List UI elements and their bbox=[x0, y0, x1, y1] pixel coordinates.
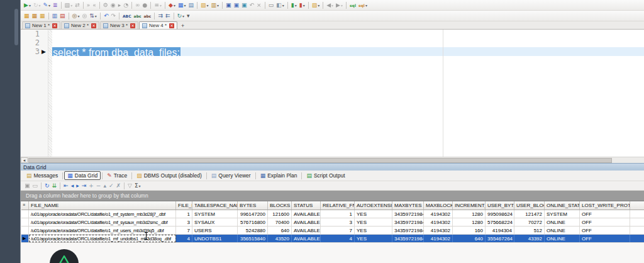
cell-autoextensible[interactable]: YES bbox=[355, 227, 392, 234]
cell-file_name[interactable]: /u01/app/oracle/oradata/ORCL/datafile/o1… bbox=[29, 218, 176, 226]
cell-file_id[interactable]: 7 bbox=[176, 227, 192, 234]
cell-bytes[interactable]: 576716800 bbox=[238, 218, 268, 226]
new-connection-button[interactable]: ▦ bbox=[31, 11, 38, 20]
delete-record-button[interactable]: − bbox=[96, 181, 102, 190]
cell-user_blocks[interactable]: 512 bbox=[514, 227, 545, 234]
result-tab-query-viewer[interactable]: ▤Query Viewer bbox=[208, 171, 254, 180]
cell-tablespace_name[interactable]: USERS bbox=[192, 227, 238, 234]
last-record-button[interactable]: ⇥ bbox=[81, 181, 87, 190]
describe-objects-button[interactable]: ≣ bbox=[52, 1, 58, 9]
editor-tab-new-2[interactable]: New 2 *✕ bbox=[61, 21, 99, 29]
cell-status[interactable]: AVAILABLE bbox=[292, 235, 321, 242]
group-by-bar[interactable]: Drag a column header here to group by th… bbox=[21, 191, 644, 201]
cell-relative_fno[interactable]: 7 bbox=[321, 227, 355, 234]
cell-maxblocks[interactable]: 4194302 bbox=[424, 210, 453, 218]
prior-record-button[interactable]: ◂ bbox=[70, 181, 75, 190]
table-row[interactable]: /u01/app/oracle/oradata/ORCL/datafile/o1… bbox=[21, 210, 644, 218]
result-tab-trace[interactable]: ✎Trace bbox=[104, 171, 130, 180]
new-sql-window-button[interactable]: sql bbox=[349, 1, 357, 9]
cell-relative_fno[interactable]: 3 bbox=[321, 218, 355, 226]
object-palette-button[interactable]: ▥ bbox=[52, 11, 58, 20]
outdent-button[interactable]: ⇇ bbox=[165, 11, 171, 20]
column-header-tablespace_name[interactable]: TABLESPACE_NAME bbox=[192, 201, 238, 210]
result-tab-explain-plan[interactable]: ▦Explain Plan bbox=[257, 171, 301, 180]
save-file-button[interactable]: ▣ bbox=[225, 1, 232, 9]
open-recent-button[interactable]: ▨▾ bbox=[311, 1, 321, 9]
column-header-file_id[interactable]: FILE_ID bbox=[176, 201, 192, 210]
execute-statement-button[interactable]: ▶▾ bbox=[23, 1, 31, 9]
editor-tab-new-1[interactable]: New 1 *✕ bbox=[22, 21, 60, 29]
cell-blocks[interactable]: 640 bbox=[268, 227, 292, 234]
first-record-button[interactable]: ⇤ bbox=[63, 181, 69, 190]
edit-record-button[interactable]: ▴ bbox=[103, 181, 107, 190]
result-tab-messages[interactable]: ▤Messages bbox=[23, 171, 61, 180]
column-header-increment_by[interactable]: INCREMENT_BY bbox=[453, 201, 486, 210]
edit-statement-button[interactable]: ✎▾ bbox=[43, 1, 52, 9]
cell-bytes[interactable]: 356515840 bbox=[238, 235, 268, 242]
script-runner-button[interactable]: ▤ bbox=[59, 11, 66, 20]
find-button[interactable]: ◎▾ bbox=[72, 11, 80, 20]
cell-online_status[interactable]: ONLINE bbox=[545, 218, 580, 226]
post-edit-button[interactable]: ✓ bbox=[108, 181, 114, 190]
cell-lost_write_protect[interactable]: OFF bbox=[580, 227, 630, 234]
uppercase-button[interactable]: abc bbox=[143, 11, 152, 20]
export-dataset-button[interactable]: ⇊ bbox=[52, 181, 58, 190]
cell-online_status[interactable]: ONLINE bbox=[545, 235, 580, 242]
cell-increment_by[interactable]: 1280 bbox=[453, 210, 486, 218]
cell-user_bytes[interactable]: 575668224 bbox=[486, 218, 514, 226]
result-tab-script-output[interactable]: ▤Script Output bbox=[303, 171, 348, 180]
column-header-blocks[interactable]: BLOCKS bbox=[268, 201, 292, 210]
cell-user_blocks[interactable]: 70272 bbox=[514, 218, 545, 226]
recall-statement-button[interactable]: ◆▾ bbox=[168, 1, 176, 9]
cell-relative_fno[interactable]: 4 bbox=[321, 235, 355, 242]
cell-user_bytes[interactable]: 995098624 bbox=[486, 210, 514, 218]
cell-autoextensible[interactable]: YES bbox=[355, 235, 392, 242]
aggregate-sigma-button[interactable]: Σ▾ bbox=[134, 181, 142, 190]
cell-lost_write_protect[interactable]: OFF bbox=[580, 210, 630, 218]
close-tab-icon[interactable]: ✕ bbox=[130, 23, 135, 28]
spell-check-button[interactable]: ABC bbox=[122, 11, 132, 20]
column-header-bytes[interactable]: BYTES bbox=[238, 201, 268, 210]
recorder-dock-icon[interactable] bbox=[50, 249, 79, 263]
convert-case-button[interactable]: ↻▾ bbox=[177, 11, 186, 20]
cell-online_status[interactable]: ONLINE bbox=[545, 227, 580, 234]
column-header-online_status[interactable]: ONLINE_STATUS bbox=[545, 201, 580, 210]
cell-file_id[interactable]: 4 bbox=[176, 235, 192, 242]
cell-tablespace_name[interactable]: SYSTEM bbox=[192, 210, 238, 218]
cell-autoextensible[interactable]: YES bbox=[355, 218, 392, 226]
cell-user_blocks[interactable]: 121472 bbox=[514, 210, 545, 218]
scroll-left-button[interactable]: ◂ bbox=[21, 157, 28, 163]
scrollbar-thumb[interactable] bbox=[28, 158, 612, 163]
cell-blocks[interactable]: 70400 bbox=[268, 218, 292, 226]
cell-increment_by[interactable]: 640 bbox=[453, 235, 486, 242]
table-row[interactable]: /u01/app/oracle/oradata/ORCL/datafile/o1… bbox=[21, 218, 644, 227]
save-all-button[interactable]: ▣ bbox=[233, 1, 240, 9]
column-header-lost_write_protect[interactable]: LOST_WRITE_PROTECT bbox=[580, 201, 630, 210]
cell-maxblocks[interactable]: 4194302 bbox=[424, 218, 453, 226]
cell-status[interactable]: AVAILABLE bbox=[292, 210, 321, 218]
sql-options-button[interactable]: sql▾ bbox=[358, 1, 368, 9]
cell-bytes[interactable]: 5242880 bbox=[238, 227, 268, 234]
toolbar-overflow-button[interactable]: ▾ bbox=[186, 11, 191, 20]
close-tab-icon[interactable]: ✕ bbox=[169, 23, 174, 28]
cell-autoextensible[interactable]: YES bbox=[355, 210, 392, 218]
cell-user_bytes[interactable]: 4194304 bbox=[486, 227, 514, 234]
editor-horizontal-scrollbar[interactable]: ◂ bbox=[21, 157, 644, 163]
schema-browser-button[interactable]: ▦ bbox=[23, 11, 30, 20]
next-record-button[interactable]: ▸ bbox=[75, 181, 80, 190]
print-preview-button[interactable]: ◧▾ bbox=[275, 1, 285, 9]
cell-lost_write_protect[interactable]: OFF bbox=[580, 235, 630, 242]
cell-file_name[interactable]: /u01/app/oracle/oradata/ORCL/datafile/o1… bbox=[29, 210, 176, 218]
print-button[interactable]: ▭ bbox=[268, 1, 275, 9]
sql-editor[interactable]: select * from dba_data_files; 123 ▶ bbox=[21, 29, 644, 157]
column-header-user_bytes[interactable]: USER_BYTES bbox=[486, 201, 514, 210]
report-view-button[interactable]: ▤ bbox=[187, 1, 194, 9]
column-header-user_blocks[interactable]: USER_BLOCKS bbox=[514, 201, 545, 210]
open-file-button[interactable]: ▨▾ bbox=[200, 1, 209, 9]
cell-maxblocks[interactable]: 4194302 bbox=[424, 235, 453, 242]
commit-button[interactable]: ▮▾ bbox=[291, 1, 297, 9]
lowercase-button[interactable]: abc bbox=[133, 11, 142, 20]
table-row[interactable]: ▶/u01/app/oracle/oradata/ORCL/datafile/o… bbox=[21, 235, 644, 243]
cell-lost_write_protect[interactable]: OFF bbox=[580, 218, 630, 226]
editor-tab-new-4[interactable]: New 4 *✕ bbox=[139, 21, 177, 29]
